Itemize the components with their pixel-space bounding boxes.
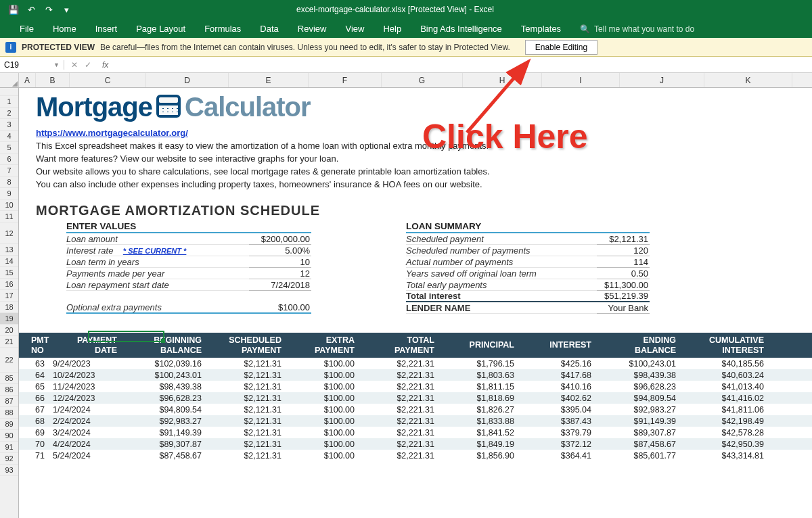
col-header-B[interactable]: B bbox=[36, 73, 70, 87]
row-header-2[interactable]: 2 bbox=[0, 108, 18, 119]
customize-qat-icon[interactable]: ▾ bbox=[60, 3, 73, 16]
tab-data[interactable]: Data bbox=[250, 20, 288, 38]
cell[interactable]: $89,307.87 bbox=[124, 440, 208, 449]
col-header-F[interactable]: F bbox=[309, 73, 382, 87]
col-header-D[interactable]: D bbox=[146, 73, 229, 87]
tab-help[interactable]: Help bbox=[374, 20, 411, 38]
amortization-row[interactable]: 639/24/2023$102,039.16$2,121.31$100.00$2… bbox=[19, 358, 812, 369]
amortization-row[interactable]: 693/24/2024$91,149.39$2,121.31$100.00$2,… bbox=[19, 427, 812, 438]
col-header-J[interactable]: J bbox=[620, 73, 704, 87]
cell[interactable]: $1,856.90 bbox=[441, 451, 521, 461]
row-header-17[interactable]: 17 bbox=[0, 290, 18, 302]
cell[interactable]: $92,983.27 bbox=[124, 417, 208, 426]
cell[interactable]: $387.43 bbox=[521, 417, 598, 426]
cell[interactable]: $41,811.06 bbox=[683, 405, 771, 415]
cell[interactable]: $1,841.52 bbox=[441, 428, 521, 438]
cell[interactable]: 70 bbox=[19, 440, 53, 449]
cell[interactable]: 64 bbox=[19, 371, 53, 380]
cell[interactable]: $402.62 bbox=[521, 394, 598, 403]
save-icon[interactable]: 💾 bbox=[7, 3, 20, 16]
tell-me-search[interactable]: 🔍 Tell me what you want to do bbox=[570, 20, 704, 38]
cell[interactable]: $96,628.23 bbox=[124, 394, 208, 403]
cell[interactable]: $1,811.15 bbox=[441, 382, 521, 392]
cell[interactable]: $1,803.63 bbox=[441, 371, 521, 380]
cell[interactable]: $42,198.49 bbox=[683, 417, 771, 426]
cell[interactable]: $2,121.31 bbox=[208, 394, 288, 403]
row-header-10[interactable]: 10 bbox=[0, 199, 18, 211]
value-cell[interactable]: 5.00% bbox=[249, 245, 311, 256]
cell[interactable]: 63 bbox=[19, 359, 53, 369]
row-header-90[interactable]: 90 bbox=[0, 430, 18, 442]
cell[interactable]: $100.00 bbox=[288, 371, 361, 380]
col-header-I[interactable]: I bbox=[542, 73, 620, 87]
cell[interactable]: $42,950.39 bbox=[683, 440, 771, 449]
cell[interactable]: $89,307.87 bbox=[598, 428, 683, 438]
select-all-corner[interactable] bbox=[0, 73, 19, 87]
amortization-row[interactable]: 6612/24/2023$96,628.23$2,121.31$100.00$2… bbox=[19, 392, 812, 404]
col-principal[interactable]: PRINCIPAL bbox=[441, 340, 521, 350]
cell[interactable]: $100.00 bbox=[288, 382, 361, 392]
tab-home[interactable]: Home bbox=[43, 20, 86, 38]
cell[interactable]: 11/24/2023 bbox=[53, 382, 124, 392]
cell[interactable]: $2,221.31 bbox=[361, 359, 441, 369]
cell[interactable]: $92,983.27 bbox=[598, 405, 683, 415]
cell[interactable]: $410.16 bbox=[521, 382, 598, 392]
enter-icon[interactable]: ✓ bbox=[85, 60, 91, 70]
cell[interactable]: $85,601.77 bbox=[598, 451, 683, 461]
extra-payments-value[interactable]: $100.00 bbox=[249, 302, 311, 314]
redo-icon[interactable]: ↷ bbox=[42, 3, 55, 16]
row-header-20[interactable]: 20 bbox=[0, 325, 18, 336]
cell[interactable]: $87,458.67 bbox=[598, 440, 683, 449]
row-header-7[interactable]: 7 bbox=[0, 165, 18, 176]
cell[interactable]: $100.00 bbox=[288, 359, 361, 369]
cell[interactable]: $100.00 bbox=[288, 417, 361, 426]
amortization-row[interactable]: 715/24/2024$87,458.67$2,121.31$100.00$2,… bbox=[19, 450, 812, 461]
cell[interactable]: $1,849.19 bbox=[441, 440, 521, 449]
tab-templates[interactable]: Templates bbox=[512, 20, 570, 38]
cancel-icon[interactable]: ✕ bbox=[71, 60, 78, 70]
cell[interactable]: $2,121.31 bbox=[208, 428, 288, 438]
cell[interactable]: $102,039.16 bbox=[124, 359, 208, 369]
cell[interactable]: $91,149.39 bbox=[598, 417, 683, 426]
cell[interactable]: 12/24/2023 bbox=[53, 394, 124, 403]
cell[interactable]: 9/24/2023 bbox=[53, 359, 124, 369]
cell[interactable]: $41,013.40 bbox=[683, 382, 771, 392]
tab-file[interactable]: File bbox=[10, 20, 43, 38]
col-interest[interactable]: INTEREST bbox=[521, 340, 598, 350]
cell[interactable]: $100.00 bbox=[288, 405, 361, 415]
col-beginning-balance[interactable]: BEGINNING BALANCE bbox=[124, 335, 208, 355]
tab-view[interactable]: View bbox=[336, 20, 374, 38]
cell[interactable]: $2,121.31 bbox=[208, 440, 288, 449]
cell[interactable]: $1,818.69 bbox=[441, 394, 521, 403]
value-cell[interactable]: 7/24/2018 bbox=[249, 280, 311, 291]
cell[interactable]: $100,243.01 bbox=[598, 359, 683, 369]
formula-input[interactable] bbox=[119, 60, 812, 70]
col-total-payment[interactable]: TOTAL PAYMENT bbox=[361, 335, 441, 355]
row-header-21[interactable]: 21 bbox=[0, 336, 18, 348]
col-header-C[interactable]: C bbox=[70, 73, 146, 87]
row-header-8[interactable]: 8 bbox=[0, 176, 18, 188]
cell[interactable]: 10/24/2023 bbox=[53, 371, 124, 380]
cell[interactable]: $87,458.67 bbox=[124, 451, 208, 461]
amortization-row[interactable]: 682/24/2024$92,983.27$2,121.31$100.00$2,… bbox=[19, 415, 812, 427]
cell[interactable]: $2,221.31 bbox=[361, 440, 441, 449]
row-header-9[interactable]: 9 bbox=[0, 188, 18, 199]
row-header-18[interactable]: 18 bbox=[0, 302, 18, 313]
cell[interactable]: $2,121.31 bbox=[208, 359, 288, 369]
cell[interactable]: $40,603.24 bbox=[683, 371, 771, 380]
cell[interactable]: $372.12 bbox=[521, 440, 598, 449]
col-header-K[interactable]: K bbox=[704, 73, 792, 87]
value-cell[interactable]: 12 bbox=[249, 268, 311, 279]
cell[interactable]: $94,809.54 bbox=[124, 405, 208, 415]
col-header-G[interactable]: G bbox=[382, 73, 463, 87]
name-box-dropdown-icon[interactable]: ▼ bbox=[53, 62, 60, 68]
cell[interactable]: $43,314.81 bbox=[683, 451, 771, 461]
cell[interactable]: $2,221.31 bbox=[361, 371, 441, 380]
cell[interactable]: $100.00 bbox=[288, 440, 361, 449]
cell[interactable]: 2/24/2024 bbox=[53, 417, 124, 426]
cell[interactable]: $2,121.31 bbox=[208, 405, 288, 415]
col-cumulative-interest[interactable]: CUMULATIVE INTEREST bbox=[683, 335, 771, 355]
cell[interactable]: $425.16 bbox=[521, 359, 598, 369]
cell[interactable]: $100.00 bbox=[288, 428, 361, 438]
cell[interactable]: 1/24/2024 bbox=[53, 405, 124, 415]
